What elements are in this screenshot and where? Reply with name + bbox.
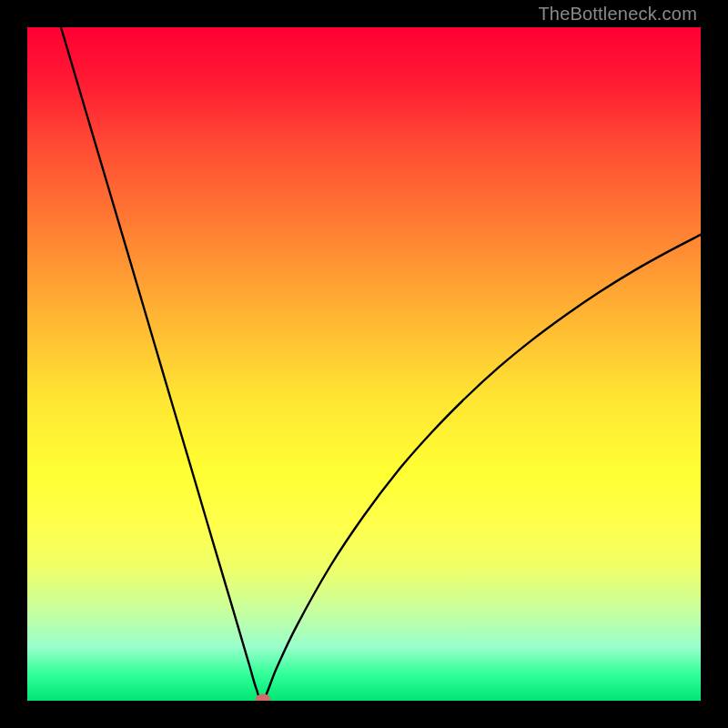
curve-svg [27,27,701,701]
plot-area [27,27,701,701]
watermark-text: TheBottleneck.com [538,4,697,25]
chart-frame: TheBottleneck.com [0,0,728,728]
bottleneck-curve [61,27,701,701]
